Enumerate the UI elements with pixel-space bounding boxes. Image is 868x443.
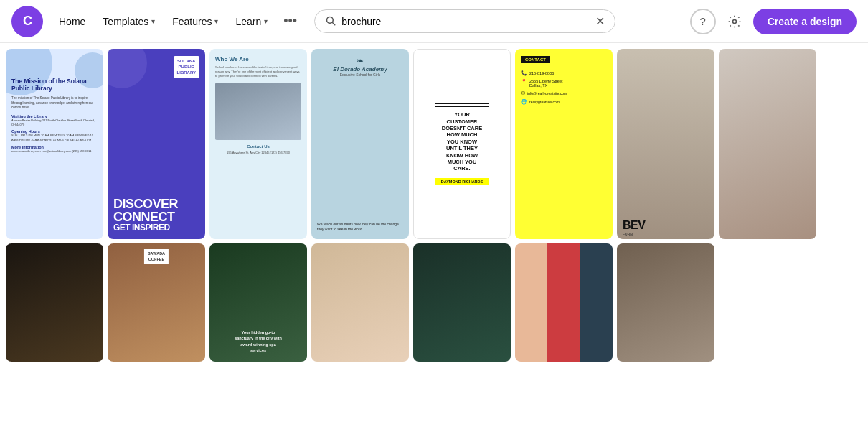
features-chevron-icon: ▾ xyxy=(214,17,218,25)
card-13-photo xyxy=(413,243,511,362)
location-icon: 📍 xyxy=(521,79,527,85)
card-5-quote: YOUR CUSTOMER DOESN'T CARE HOW MUCH YOU … xyxy=(442,111,482,172)
search-input[interactable] xyxy=(341,16,590,27)
web-icon: 🌐 xyxy=(521,99,527,105)
template-card-14[interactable] xyxy=(515,243,613,362)
nav-home-label: Home xyxy=(59,16,85,27)
card-4-body: We teach our students how they can be th… xyxy=(317,222,403,232)
card-6-email-row: ✉ info@reallygreatsite.com xyxy=(521,90,607,96)
card-3-content: Who We Are School brochures have stood t… xyxy=(209,49,307,162)
card-6-phone-row: 📞 216-819-8806 xyxy=(521,70,607,76)
template-card-4[interactable]: ❧ El Dorado Academy Exclusive School for… xyxy=(311,49,409,239)
line-1 xyxy=(435,103,490,104)
card-5-lines xyxy=(435,103,490,107)
card-10-badge: SAWADA COFFEE xyxy=(144,249,169,264)
settings-button[interactable] xyxy=(722,9,747,34)
template-card-10[interactable]: SAWADA COFFEE xyxy=(108,243,205,362)
template-card-2[interactable]: SOLANA PUBLIC LIBRARY DISCOVER CONNECT G… xyxy=(108,49,205,239)
card-6-content: CONTACT 📞 216-819-8806 📍 2555 Liberty St… xyxy=(515,49,613,239)
card-6-website: reallygreatsite.com xyxy=(529,100,560,104)
template-card-9[interactable] xyxy=(6,243,103,362)
svg-point-2 xyxy=(732,19,736,23)
phone-icon: 📞 xyxy=(521,70,527,76)
template-card-3[interactable]: Who We Are School brochures have stood t… xyxy=(209,49,307,239)
card-1-content: The Mission of the Solana Public Library… xyxy=(6,49,103,161)
card-4-sub: Exclusive School for Girls xyxy=(317,73,403,77)
card-11-text: Your hidden go-to sanctuary in the city … xyxy=(209,330,307,353)
help-button[interactable]: ? xyxy=(690,9,716,34)
card-2-text2: CONNECT xyxy=(113,210,178,223)
card-1-title: The Mission of the Solana Public Library xyxy=(11,78,98,92)
canva-logo[interactable]: C xyxy=(11,6,43,37)
card-8-photo xyxy=(719,49,816,239)
nav-features-label: Features xyxy=(172,16,212,27)
card-3-body: School brochures have stood the test of … xyxy=(215,65,301,78)
card-2-text3: GET INSPIRED xyxy=(113,223,178,232)
card-4-title: El Dorado Academy xyxy=(317,66,403,73)
svg-line-1 xyxy=(332,22,334,24)
template-card-11[interactable]: Your hidden go-to sanctuary in the city … xyxy=(209,243,307,362)
line-2 xyxy=(435,106,490,107)
card-3-address: 195 Anywhere St. Any City 12345 (123) 45… xyxy=(215,151,301,155)
settings-gear-icon xyxy=(727,14,742,29)
card-4-photo xyxy=(317,81,403,218)
template-card-5[interactable]: YOUR CUSTOMER DOESN'T CARE HOW MUCH YOU … xyxy=(413,49,511,239)
create-design-button[interactable]: Create a design xyxy=(753,9,857,34)
search-clear-icon[interactable]: ✕ xyxy=(595,14,605,28)
template-card-13[interactable] xyxy=(413,243,511,362)
nav-templates-label: Templates xyxy=(103,16,148,27)
card-7-text: BEV xyxy=(623,219,645,232)
search-icon xyxy=(325,15,336,28)
template-card-7[interactable]: BEV FURN xyxy=(617,49,714,239)
card-5-name: DAYMOND RICHARDS xyxy=(435,178,489,185)
email-icon: ✉ xyxy=(521,90,525,96)
search-bar: ✕ xyxy=(314,9,615,33)
gallery: The Mission of the Solana Public Library… xyxy=(0,43,868,362)
card-14-section-1 xyxy=(515,243,547,362)
more-dots-icon: ••• xyxy=(283,14,297,29)
card-3-photo xyxy=(215,83,301,140)
navbar: C Home Templates ▾ Features ▾ Learn ▾ ••… xyxy=(0,0,868,43)
card-15-photo xyxy=(617,243,714,362)
templates-chevron-icon: ▾ xyxy=(151,17,155,25)
template-card-6[interactable]: CONTACT 📞 216-819-8806 📍 2555 Liberty St… xyxy=(515,49,613,239)
card-4-crest: ❧ xyxy=(317,56,403,66)
card-7-sub: FURN xyxy=(623,232,633,236)
template-card-15[interactable] xyxy=(617,243,714,362)
nav-templates[interactable]: Templates ▾ xyxy=(95,11,162,32)
logo-text: C xyxy=(23,14,32,29)
card-6-web-row: 🌐 reallygreatsite.com xyxy=(521,99,607,105)
gallery-row-1: The Mission of the Solana Public Library… xyxy=(6,49,862,239)
nav-home[interactable]: Home xyxy=(52,11,93,32)
learn-chevron-icon: ▾ xyxy=(264,17,268,25)
card-9-photo xyxy=(6,243,103,362)
nav-learn-label: Learn xyxy=(235,16,261,27)
card-1-sub1-body: Andrew Baxter Building 221 North Clarido… xyxy=(11,118,98,126)
card-2-text1: DISCOVER xyxy=(113,197,178,210)
card-2-text-block: DISCOVER CONNECT GET INSPIRED xyxy=(113,197,178,232)
template-card-12[interactable] xyxy=(311,243,409,362)
card-12-photo xyxy=(311,243,409,362)
card-1-sub3-body: www.solanolibrary.com info@solanolibrary… xyxy=(11,149,98,154)
card-2-badge: SOLANA PUBLIC LIBRARY xyxy=(174,56,199,78)
card-3-title: Who We Are xyxy=(215,56,301,62)
nav-features[interactable]: Features ▾ xyxy=(165,11,225,32)
help-icon: ? xyxy=(700,15,706,27)
template-card-8[interactable] xyxy=(719,49,816,239)
gallery-row-2: SAWADA COFFEE Your hidden go-to sanctuar… xyxy=(6,243,862,362)
card-14-section-3 xyxy=(580,243,613,362)
card-4-content: ❧ El Dorado Academy Exclusive School for… xyxy=(311,49,409,239)
nav-more-button[interactable]: ••• xyxy=(278,9,303,33)
template-card-1[interactable]: The Mission of the Solana Public Library… xyxy=(6,49,103,239)
card-6-address-row: 📍 2555 Liberty Street Dallas, TX xyxy=(521,79,607,88)
card-6-email: info@reallygreatsite.com xyxy=(527,91,567,95)
card-7-photo: BEV FURN xyxy=(617,49,714,239)
deco-circle-purple xyxy=(108,49,147,88)
card-6-address: 2555 Liberty Street Dallas, TX xyxy=(529,79,562,88)
card-3-contact: Contact Us xyxy=(215,144,301,149)
card-6-badge: CONTACT xyxy=(521,56,550,63)
card-14-content xyxy=(515,243,613,362)
card-1-sub2-body: SUN 1 PM-5 PM MON 10 AM-8 PM TUES 10 AM-… xyxy=(11,134,98,142)
nav-learn[interactable]: Learn ▾ xyxy=(228,11,275,32)
card-6-phone: 216-819-8806 xyxy=(529,71,554,75)
